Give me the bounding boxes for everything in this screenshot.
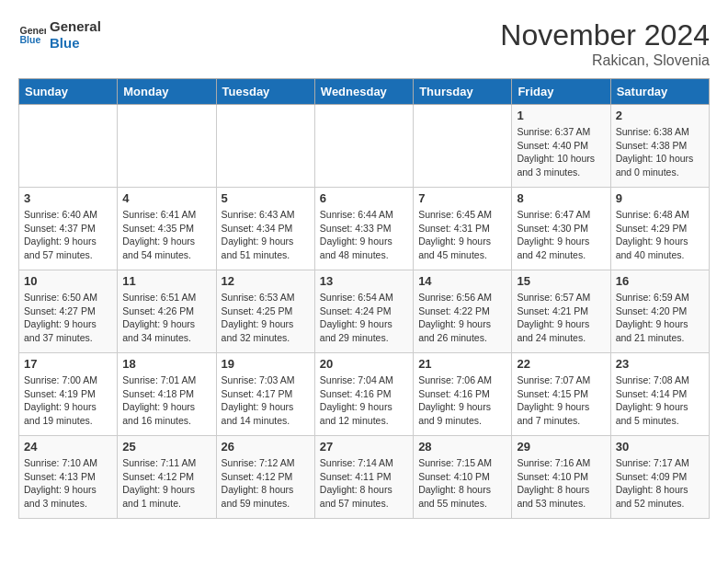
day-number: 17 [24, 357, 112, 371]
calendar-cell [19, 105, 118, 188]
calendar-cell [118, 105, 216, 188]
logo-icon: General Blue [18, 21, 46, 49]
calendar-cell: 6Sunrise: 6:44 AM Sunset: 4:33 PM Daylig… [314, 188, 413, 270]
day-info: Sunrise: 6:50 AM Sunset: 4:27 PM Dayligh… [24, 291, 112, 345]
calendar-cell: 21Sunrise: 7:06 AM Sunset: 4:16 PM Dayli… [414, 353, 512, 436]
day-info: Sunrise: 7:15 AM Sunset: 4:10 PM Dayligh… [418, 456, 506, 511]
weekday-header-wednesday: Wednesday [314, 79, 413, 105]
calendar-cell: 5Sunrise: 6:43 AM Sunset: 4:34 PM Daylig… [216, 188, 314, 270]
day-info: Sunrise: 6:44 AM Sunset: 4:33 PM Dayligh… [320, 208, 408, 262]
day-info: Sunrise: 6:40 AM Sunset: 4:37 PM Dayligh… [24, 208, 112, 262]
location: Rakican, Slovenia [500, 52, 710, 69]
week-row-2: 10Sunrise: 6:50 AM Sunset: 4:27 PM Dayli… [19, 270, 710, 353]
day-number: 2 [616, 109, 704, 122]
day-number: 13 [320, 274, 408, 288]
day-number: 7 [418, 191, 506, 205]
day-number: 16 [616, 274, 704, 288]
calendar-cell: 3Sunrise: 6:40 AM Sunset: 4:37 PM Daylig… [19, 188, 118, 270]
day-info: Sunrise: 7:03 AM Sunset: 4:17 PM Dayligh… [222, 373, 310, 428]
day-info: Sunrise: 6:47 AM Sunset: 4:30 PM Dayligh… [517, 208, 605, 262]
week-row-1: 3Sunrise: 6:40 AM Sunset: 4:37 PM Daylig… [19, 188, 710, 270]
day-info: Sunrise: 7:08 AM Sunset: 4:14 PM Dayligh… [616, 373, 704, 428]
day-number: 9 [616, 191, 704, 205]
day-info: Sunrise: 6:57 AM Sunset: 4:21 PM Dayligh… [517, 291, 605, 345]
day-number: 20 [320, 357, 408, 371]
day-info: Sunrise: 6:38 AM Sunset: 4:38 PM Dayligh… [616, 125, 704, 179]
calendar-cell: 8Sunrise: 6:47 AM Sunset: 4:30 PM Daylig… [512, 188, 610, 270]
day-info: Sunrise: 7:01 AM Sunset: 4:18 PM Dayligh… [122, 373, 210, 428]
day-number: 10 [24, 274, 112, 288]
day-info: Sunrise: 6:54 AM Sunset: 4:24 PM Dayligh… [320, 291, 408, 345]
day-info: Sunrise: 6:48 AM Sunset: 4:29 PM Dayligh… [616, 208, 704, 262]
calendar-cell: 9Sunrise: 6:48 AM Sunset: 4:29 PM Daylig… [610, 188, 709, 270]
day-number: 24 [24, 440, 112, 454]
weekday-header-tuesday: Tuesday [216, 79, 314, 105]
day-number: 14 [418, 274, 506, 288]
calendar-cell: 28Sunrise: 7:15 AM Sunset: 4:10 PM Dayli… [414, 436, 512, 519]
week-row-0: 1Sunrise: 6:37 AM Sunset: 4:40 PM Daylig… [19, 105, 710, 188]
calendar-cell: 23Sunrise: 7:08 AM Sunset: 4:14 PM Dayli… [610, 353, 709, 436]
day-info: Sunrise: 6:43 AM Sunset: 4:34 PM Dayligh… [222, 208, 310, 262]
calendar-cell: 27Sunrise: 7:14 AM Sunset: 4:11 PM Dayli… [314, 436, 413, 519]
title-block: November 2024 Rakican, Slovenia [500, 18, 710, 69]
calendar-cell: 13Sunrise: 6:54 AM Sunset: 4:24 PM Dayli… [314, 270, 413, 353]
calendar-cell: 29Sunrise: 7:16 AM Sunset: 4:10 PM Dayli… [512, 436, 610, 519]
day-number: 25 [122, 440, 210, 454]
calendar-cell: 15Sunrise: 6:57 AM Sunset: 4:21 PM Dayli… [512, 270, 610, 353]
calendar-cell: 4Sunrise: 6:41 AM Sunset: 4:35 PM Daylig… [118, 188, 216, 270]
day-info: Sunrise: 7:14 AM Sunset: 4:11 PM Dayligh… [320, 456, 408, 511]
day-number: 3 [24, 191, 112, 205]
day-number: 26 [222, 440, 310, 454]
header-row: SundayMondayTuesdayWednesdayThursdayFrid… [19, 79, 710, 105]
calendar-cell [216, 105, 314, 188]
day-info: Sunrise: 6:45 AM Sunset: 4:31 PM Dayligh… [418, 208, 506, 262]
day-number: 21 [418, 357, 506, 371]
day-info: Sunrise: 6:56 AM Sunset: 4:22 PM Dayligh… [418, 291, 506, 345]
logo-line2: Blue [50, 35, 101, 52]
day-info: Sunrise: 6:51 AM Sunset: 4:26 PM Dayligh… [122, 291, 210, 345]
day-number: 8 [517, 191, 605, 205]
calendar-cell: 10Sunrise: 6:50 AM Sunset: 4:27 PM Dayli… [19, 270, 118, 353]
calendar-cell: 19Sunrise: 7:03 AM Sunset: 4:17 PM Dayli… [216, 353, 314, 436]
calendar-body: 1Sunrise: 6:37 AM Sunset: 4:40 PM Daylig… [19, 105, 710, 519]
day-info: Sunrise: 6:37 AM Sunset: 4:40 PM Dayligh… [517, 125, 605, 179]
day-info: Sunrise: 6:53 AM Sunset: 4:25 PM Dayligh… [222, 291, 310, 345]
week-row-4: 24Sunrise: 7:10 AM Sunset: 4:13 PM Dayli… [19, 436, 710, 519]
calendar-cell: 25Sunrise: 7:11 AM Sunset: 4:12 PM Dayli… [118, 436, 216, 519]
calendar-table: SundayMondayTuesdayWednesdayThursdayFrid… [18, 78, 710, 519]
day-info: Sunrise: 6:59 AM Sunset: 4:20 PM Dayligh… [616, 291, 704, 345]
weekday-header-sunday: Sunday [19, 79, 118, 105]
day-number: 27 [320, 440, 408, 454]
weekday-header-saturday: Saturday [610, 79, 709, 105]
week-row-3: 17Sunrise: 7:00 AM Sunset: 4:19 PM Dayli… [19, 353, 710, 436]
day-number: 19 [222, 357, 310, 371]
calendar-cell: 30Sunrise: 7:17 AM Sunset: 4:09 PM Dayli… [610, 436, 709, 519]
calendar-cell: 11Sunrise: 6:51 AM Sunset: 4:26 PM Dayli… [118, 270, 216, 353]
day-number: 23 [616, 357, 704, 371]
calendar-cell [414, 105, 512, 188]
day-info: Sunrise: 7:10 AM Sunset: 4:13 PM Dayligh… [24, 456, 112, 511]
day-number: 1 [517, 109, 605, 122]
calendar-cell: 12Sunrise: 6:53 AM Sunset: 4:25 PM Dayli… [216, 270, 314, 353]
day-info: Sunrise: 7:11 AM Sunset: 4:12 PM Dayligh… [122, 456, 210, 511]
day-number: 30 [616, 440, 704, 454]
day-number: 5 [222, 191, 310, 205]
calendar-cell: 16Sunrise: 6:59 AM Sunset: 4:20 PM Dayli… [610, 270, 709, 353]
logo-line1: General [50, 18, 101, 35]
day-info: Sunrise: 7:06 AM Sunset: 4:16 PM Dayligh… [418, 373, 506, 428]
svg-text:Blue: Blue [20, 34, 41, 45]
day-number: 29 [517, 440, 605, 454]
calendar-cell [314, 105, 413, 188]
day-info: Sunrise: 7:16 AM Sunset: 4:10 PM Dayligh… [517, 456, 605, 511]
calendar-cell: 24Sunrise: 7:10 AM Sunset: 4:13 PM Dayli… [19, 436, 118, 519]
calendar-cell: 20Sunrise: 7:04 AM Sunset: 4:16 PM Dayli… [314, 353, 413, 436]
day-number: 6 [320, 191, 408, 205]
logo: General Blue General Blue [18, 18, 101, 52]
calendar-cell: 17Sunrise: 7:00 AM Sunset: 4:19 PM Dayli… [19, 353, 118, 436]
weekday-header-monday: Monday [118, 79, 216, 105]
calendar-cell: 22Sunrise: 7:07 AM Sunset: 4:15 PM Dayli… [512, 353, 610, 436]
day-info: Sunrise: 7:12 AM Sunset: 4:12 PM Dayligh… [222, 456, 310, 511]
page-header: General Blue General Blue November 2024 … [18, 18, 710, 69]
calendar-header: SundayMondayTuesdayWednesdayThursdayFrid… [19, 79, 710, 105]
day-info: Sunrise: 6:41 AM Sunset: 4:35 PM Dayligh… [122, 208, 210, 262]
